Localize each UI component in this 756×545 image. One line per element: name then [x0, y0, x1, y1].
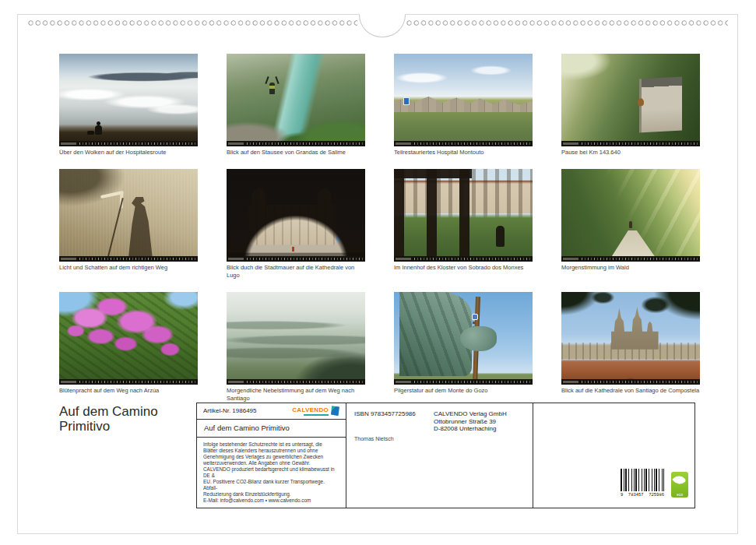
calvendo-tagline-bar	[304, 414, 329, 416]
watermark-strip	[227, 256, 365, 262]
product-info-box: Artikel-Nr. 1986495 CALVENDO Auf dem Cam…	[196, 403, 695, 508]
barcode-group: 9 783457 725986 eco	[621, 469, 688, 498]
calvendo-wordmark: CALVENDO	[292, 406, 329, 413]
product-title: Auf dem Camino Primitivo	[197, 420, 346, 438]
photo-kloster-sobrado	[394, 169, 533, 262]
isbn-number: ISBN 9783457725986	[354, 410, 416, 417]
photo-morgenstimmung-wald	[561, 169, 700, 262]
tree-foliage-frame	[561, 292, 700, 385]
hiker-raised-poles-figure	[269, 83, 275, 94]
photo-cell: Blütenpracht auf dem Weg nach Arzúa	[59, 292, 198, 403]
hiker-figure	[629, 221, 632, 228]
spiral-binding-holes-left	[27, 19, 357, 26]
photo-cell: Im Innenhof des Kloster von Sobrado dos …	[394, 169, 533, 280]
photo-caption: Morgendliche Nebelstimmung auf dem Weg n…	[227, 387, 365, 403]
barcode-digits: 9 783457 725986	[621, 492, 664, 498]
photo-cell: Blick duch die Stadtmauer auf die Kathed…	[227, 169, 365, 280]
photo-caption: Licht und Schatten auf dem richtigen Weg	[59, 264, 198, 272]
calendar-page: Über den Wolken auf der Hospitalesroute …	[17, 14, 738, 534]
information-sign	[403, 97, 410, 105]
barcode-bars	[621, 469, 664, 491]
article-number-cell: Artikel-Nr. 1986495 CALVENDO	[197, 403, 346, 420]
watermark-strip	[561, 379, 700, 385]
watermark-strip	[59, 379, 198, 385]
calvendo-logo-icon	[331, 406, 339, 416]
info-left-column: Artikel-Nr. 1986495 CALVENDO Auf dem Cam…	[197, 403, 346, 508]
statue-hand	[460, 326, 496, 351]
photo-cell: Pilgerstatur auf dem Monte do Gozo	[394, 292, 533, 403]
author-name: Thomas Nietsch	[354, 436, 394, 441]
photo-cell: Blick auf den Stausee von Grandas de Sal…	[227, 54, 365, 156]
eco-leaf-icon	[672, 473, 686, 487]
photo-cell: Teilrestauriertes Hospital Montouto	[394, 54, 533, 156]
legal-text: Infolge bestehender Schutzrechte ist es …	[197, 438, 346, 508]
photo-caption: Blick auf den Stausee von Grandas de Sal…	[227, 149, 365, 156]
spiral-binding-holes-right	[406, 19, 728, 26]
ean-barcode: 9 783457 725986	[621, 469, 664, 498]
watermark-strip	[59, 141, 198, 146]
photo-caption: Teilrestauriertes Hospital Montouto	[394, 149, 533, 156]
photo-caption: Blütenpracht auf dem Weg nach Arzúa	[59, 387, 198, 395]
watermark-strip	[394, 256, 533, 262]
stone-ruin-wall	[394, 93, 533, 112]
publisher-address: CALVENDO Verlag GmbH Ottobrunner Straße …	[434, 410, 507, 433]
photo-cell: Morgendliche Nebelstimmung auf dem Weg n…	[227, 292, 365, 403]
photo-caption: Im Innenhof des Kloster von Sobrado dos …	[394, 264, 533, 272]
photo-pilgerstatue-monte-do-gozo	[394, 292, 533, 385]
watermark-strip	[561, 256, 700, 262]
watermark-strip	[561, 141, 700, 146]
city-wall-arch-frame	[227, 169, 365, 262]
photo-caption: Blick auf die Kathedrale von Santiago de…	[561, 387, 700, 395]
eco-label: eco	[677, 492, 683, 497]
photo-caption: Pilgerstatur auf dem Monte do Gozo	[394, 387, 533, 395]
calendar-back-page-preview: Über den Wolken auf der Hospitalesroute …	[0, 0, 756, 545]
photo-pause-km-143	[561, 54, 700, 146]
photo-cell: Über den Wolken auf der Hospitalesroute	[59, 54, 198, 156]
cloister-columns	[394, 169, 472, 262]
photo-cell: Pause bei Km 143.640	[561, 54, 700, 156]
photo-nebelstimmung-santiago	[227, 292, 365, 385]
page-title: Auf dem Camino Primitivo	[59, 404, 158, 434]
watermark-strip	[59, 256, 198, 262]
walking-stick-shadow	[107, 198, 124, 259]
photo-licht-und-schatten	[59, 169, 198, 262]
watermark-strip	[227, 141, 365, 146]
photo-hospital-montouto	[394, 54, 533, 146]
monk-figure	[496, 226, 505, 247]
watermark-strip	[394, 379, 533, 385]
photo-caption: Blick duch die Stadtmauer auf die Kathed…	[227, 264, 365, 280]
photo-kathedrale-santiago	[561, 292, 700, 385]
photo-cell: Licht und Schatten auf dem richtigen Weg	[59, 169, 198, 280]
watermark-strip	[227, 379, 365, 385]
info-right-column: 9 783457 725986 eco	[533, 403, 694, 508]
photo-cell: Blick auf die Kathedrale von Santiago de…	[561, 292, 700, 403]
article-number: Artikel-Nr. 1986495	[203, 407, 256, 414]
photo-kathedrale-lugo	[227, 169, 365, 262]
calvendo-logo: CALVENDO	[292, 406, 339, 416]
photo-caption: Morgenstimmung im Wald	[561, 264, 700, 272]
watermark-strip	[394, 141, 533, 146]
photo-caption: Über den Wolken auf der Hospitalesroute	[59, 149, 198, 156]
eco-logo: eco	[671, 472, 688, 498]
pilgrim-shadow	[118, 197, 162, 262]
seated-hiker-silhouette	[95, 125, 102, 135]
photo-cell: Morgenstimmung im Wald	[561, 169, 700, 280]
photo-caption: Pause bei Km 143.640	[561, 149, 700, 156]
photo-stausee-grandas	[227, 54, 365, 146]
photo-bluetenpracht-arzua	[59, 292, 198, 385]
photo-clouds-hospitales	[59, 54, 198, 146]
photo-grid: Über den Wolken auf der Hospitalesroute …	[59, 54, 700, 403]
stone-arrow	[100, 191, 124, 199]
waymarker-stone	[639, 77, 682, 133]
thumb-notch	[359, 14, 406, 37]
info-middle-column: ISBN 9783457725986 CALVENDO Verlag GmbH …	[346, 403, 533, 508]
